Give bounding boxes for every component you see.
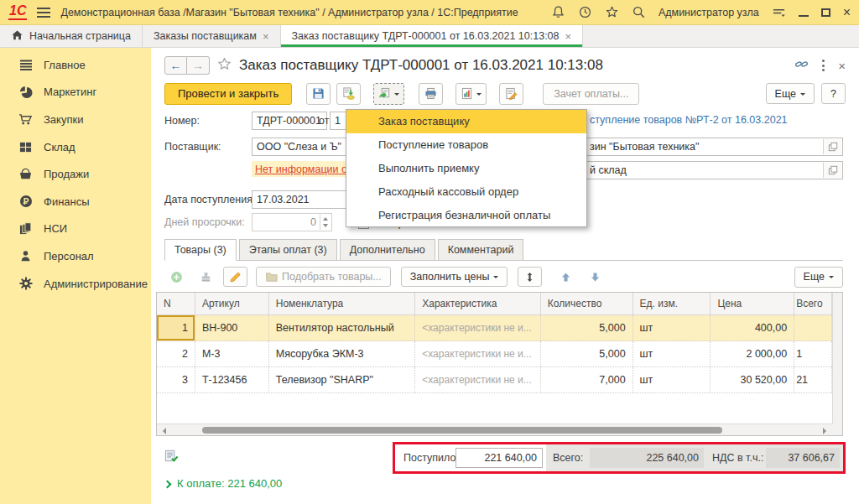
favorites-icon[interactable]	[605, 5, 619, 19]
goods-more-button[interactable]: Еще	[794, 267, 843, 288]
more-button[interactable]: Еще	[766, 83, 815, 104]
arrival-date-input[interactable]: 17.03.2021	[252, 190, 354, 209]
pick-goods-button[interactable]: Подобрать товары...	[256, 267, 391, 287]
tab-additional[interactable]: Дополнительно	[340, 239, 435, 260]
hamburger-icon[interactable]	[37, 8, 50, 18]
sidebar-item-main[interactable]: Главное	[0, 51, 151, 79]
cell-nomenclature[interactable]: Мясорубка ЭКМ-3	[269, 341, 416, 366]
tab-home[interactable]: Начальная страница	[0, 25, 143, 47]
received-input[interactable]: 221 640,00	[456, 448, 543, 468]
cell-price[interactable]: 2 000,00	[711, 341, 794, 366]
print-button[interactable]	[419, 83, 443, 105]
bell-icon[interactable]	[551, 5, 565, 19]
user-name[interactable]: Администратор узла	[659, 7, 759, 18]
sidebar-item-finance[interactable]: Р Финансы	[0, 188, 151, 216]
cell-n[interactable]: 1	[157, 315, 195, 340]
cell-unit[interactable]: шт	[633, 315, 711, 340]
sidebar-item-marketing[interactable]: Маркетинг	[0, 79, 151, 107]
save-button[interactable]	[306, 83, 331, 105]
stamp-button[interactable]	[194, 267, 218, 287]
cell-price[interactable]: 30 520,00	[711, 367, 794, 392]
table-row[interactable]: 3 Т-123456 Телевизор "SHARP" <характерис…	[157, 367, 832, 393]
doc-check-icon[interactable]	[164, 449, 179, 465]
edit-row-button[interactable]	[223, 267, 247, 287]
search-icon[interactable]	[632, 5, 646, 19]
field-chooser-icon[interactable]	[823, 139, 841, 154]
move-up-button[interactable]	[554, 267, 578, 287]
sidebar-item-sales[interactable]: Продажи	[0, 160, 151, 188]
horizontal-scrollbar[interactable]	[157, 423, 832, 435]
table-row[interactable]: 1 ВН-900 Вентилятор настольный <характер…	[157, 315, 832, 341]
minimize-icon[interactable]	[799, 15, 809, 17]
move-down-button[interactable]	[583, 267, 607, 287]
cell-quantity[interactable]: 5,000	[541, 315, 633, 340]
add-row-button[interactable]	[164, 267, 189, 287]
post-and-close-button[interactable]: Провести и закрыть	[164, 83, 292, 105]
field-chooser-icon[interactable]	[823, 163, 841, 178]
sidebar-item-warehouse[interactable]: Склад	[0, 133, 151, 161]
link-icon[interactable]	[794, 57, 809, 74]
cell-total[interactable]: 1	[794, 341, 832, 366]
cell-total[interactable]: 21	[794, 367, 832, 392]
cell-article[interactable]: Т-123456	[195, 367, 269, 392]
tab-comment[interactable]: Комментарий	[438, 239, 524, 260]
scrollbar-thumb[interactable]	[202, 427, 722, 434]
fill-prices-button[interactable]: Заполнить цены	[401, 267, 508, 287]
menu-item-cash-order[interactable]: Расходный кассовый ордер	[346, 179, 586, 203]
cell-article[interactable]: М-3	[195, 341, 269, 366]
overdue-days-input[interactable]: 0	[252, 213, 332, 231]
service-menu-icon[interactable]	[772, 5, 786, 19]
sidebar-item-purchases[interactable]: Закупки	[0, 106, 151, 133]
cell-unit[interactable]: шт	[633, 367, 711, 392]
tab-supplier-orders[interactable]: Заказы поставщикам ×	[143, 25, 281, 47]
payment-offset-button[interactable]: Зачет оплаты...	[543, 83, 639, 105]
cell-nomenclature[interactable]: Вентилятор настольный	[269, 315, 416, 340]
spinner-icon[interactable]	[320, 215, 331, 230]
number-input[interactable]: ТДРТ-000001	[252, 112, 327, 130]
scroll-right-icon[interactable]	[823, 428, 830, 434]
to-pay-link[interactable]: К оплате: 221 640,00	[164, 477, 282, 490]
sidebar-item-nsi[interactable]: НСИ	[0, 216, 151, 243]
tab-payment-stages[interactable]: Этапы оплат (3)	[239, 239, 337, 260]
row-height-button[interactable]	[518, 267, 542, 287]
cell-unit[interactable]: шт	[633, 341, 711, 366]
create-based-on-button[interactable]	[373, 83, 404, 105]
close-icon[interactable]: ×	[843, 7, 851, 18]
cell-quantity[interactable]: 5,000	[541, 341, 633, 366]
history-icon[interactable]	[578, 5, 592, 19]
post-document-button[interactable]	[336, 83, 361, 105]
cell-price[interactable]: 400,00	[711, 315, 794, 340]
cell-nomenclature[interactable]: Телевизор "SHARP"	[269, 367, 416, 392]
tab-close-icon[interactable]: ×	[565, 30, 572, 43]
menu-item-perform-acceptance[interactable]: Выполнить приемку	[346, 157, 586, 180]
cell-quantity[interactable]: 7,000	[541, 367, 633, 392]
edit-button[interactable]	[499, 83, 523, 105]
menu-item-supplier-order[interactable]: Заказ поставщику	[346, 110, 586, 133]
menu-item-goods-receipt[interactable]: Поступление товаров	[346, 133, 586, 157]
vertical-scrollbar[interactable]	[832, 293, 842, 423]
cell-n[interactable]: 3	[157, 367, 195, 392]
menu-item-cashless-payment[interactable]: Регистрация безналичной оплаты	[346, 203, 586, 226]
maximize-icon[interactable]	[821, 8, 830, 17]
help-button[interactable]: ?	[821, 83, 846, 104]
tab-close-icon[interactable]: ×	[263, 30, 269, 43]
sidebar-item-administration[interactable]: Администрирование	[0, 270, 151, 298]
form-close-icon[interactable]: ×	[838, 59, 846, 73]
cell-characteristic[interactable]: <характеристики не и...	[415, 367, 541, 392]
cell-article[interactable]: ВН-900	[195, 315, 269, 340]
tab-goods[interactable]: Товары (3)	[164, 239, 237, 261]
receipt-document-link[interactable]: ступление товаров №РТ-2 от 16.03.2021	[590, 114, 788, 126]
favorite-star-icon[interactable]	[216, 56, 232, 75]
cell-characteristic[interactable]: <характеристики не и...	[415, 315, 541, 340]
reports-button[interactable]	[456, 83, 487, 105]
tab-supplier-order-doc[interactable]: Заказ поставщику ТДРТ-000001 от 16.03.20…	[281, 25, 584, 47]
cell-total[interactable]	[794, 315, 832, 340]
cell-characteristic[interactable]: <характеристики не и...	[415, 341, 541, 366]
kebab-menu-icon[interactable]	[822, 60, 825, 71]
scroll-left-icon[interactable]	[159, 428, 166, 434]
table-row[interactable]: 2 М-3 Мясорубка ЭКМ-3 <характеристики не…	[157, 341, 832, 367]
sidebar-item-personnel[interactable]: Персонал	[0, 242, 151, 270]
back-button[interactable]: ←	[164, 56, 187, 75]
forward-button[interactable]: →	[187, 56, 210, 75]
cell-n[interactable]: 2	[157, 341, 195, 366]
